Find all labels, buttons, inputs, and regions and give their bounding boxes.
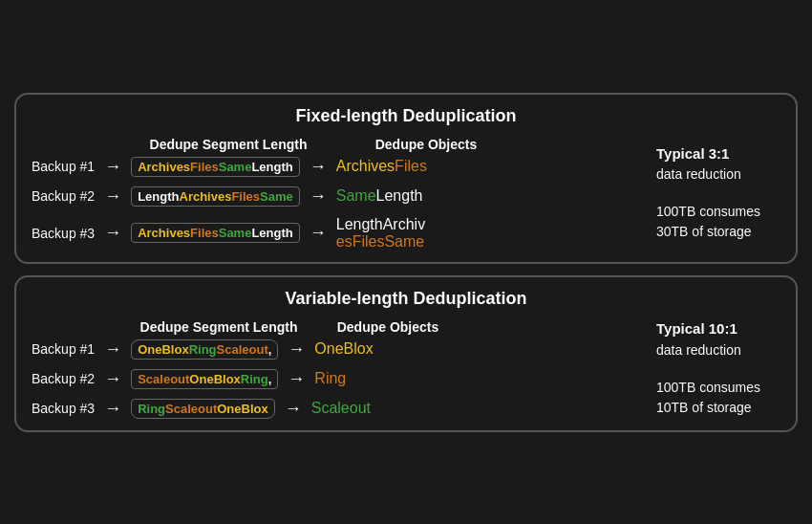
- variable-dedup-section: Variable-length Deduplication Dedupe Seg…: [14, 275, 798, 432]
- variable-objects-label: Dedupe Objects: [337, 319, 439, 335]
- variable-backup-3: Backup #3 → RingScaleoutOneBlox → Scaleo…: [32, 399, 635, 419]
- fixed-objects-label: Dedupe Objects: [375, 137, 478, 152]
- var-arrow-4: →: [288, 369, 305, 389]
- fixed-seg2: LengthArchivesFilesSame: [131, 186, 300, 207]
- arrow-3: →: [104, 186, 121, 207]
- variable-title: Variable-length Deduplication: [32, 289, 780, 309]
- fixed-backup-1: Backup #1 → ArchivesFilesSameLength → Ar…: [32, 157, 635, 177]
- fixed-ratio: Typical 3:1: [656, 143, 729, 165]
- var-arrow-3: →: [104, 369, 121, 389]
- fixed-seg1: ArchivesFilesSameLength: [131, 157, 300, 177]
- var-arrow-1: →: [104, 339, 121, 360]
- fixed-typical: Typical 3:1 data reduction 100TB consume…: [656, 143, 780, 243]
- fixed-obj2: SameLength: [336, 187, 446, 205]
- arrow-5: →: [104, 223, 121, 243]
- fixed-storage1: 100TB consumes: [656, 202, 760, 222]
- fixed-seg3: ArchivesFilesSameLength: [131, 223, 300, 243]
- variable-storage2: 10TB of storage: [656, 398, 752, 418]
- arrow-4: →: [310, 186, 327, 207]
- fixed-content: Dedupe Segment Length Dedupe Objects Bac…: [32, 136, 780, 251]
- variable-seg3: RingScaleoutOneBlox: [131, 399, 275, 419]
- variable-typical: Typical 10:1 data reduction 100TB consum…: [656, 318, 780, 418]
- fixed-backup3-label: Backup #3: [32, 226, 95, 241]
- arrow-1: →: [104, 157, 121, 177]
- variable-backup-1: Backup #1 → OneBloxRingScaleout, → OneBl…: [32, 339, 635, 360]
- fixed-backup1-label: Backup #1: [32, 159, 95, 174]
- variable-backup1-label: Backup #1: [32, 341, 95, 357]
- variable-content: Dedupe Segment Length Dedupe Objects Bac…: [32, 318, 780, 419]
- variable-storage1: 100TB consumes: [656, 378, 760, 398]
- variable-backup3-label: Backup #3: [32, 401, 95, 416]
- variable-ratio: Typical 10:1: [656, 318, 737, 340]
- fixed-obj1: ArchivesFiles: [336, 158, 446, 175]
- fixed-backup-3: Backup #3 → ArchivesFilesSameLength → Le…: [32, 216, 635, 251]
- fixed-storage2: 30TB of storage: [656, 222, 752, 242]
- variable-obj2: Ring: [314, 370, 400, 387]
- fixed-data-reduction: data reduction: [656, 164, 741, 185]
- var-arrow-5: →: [104, 399, 121, 419]
- var-arrow-2: →: [288, 339, 305, 360]
- variable-seg1: OneBloxRingScaleout,: [131, 339, 278, 360]
- fixed-segment-label: Dedupe Segment Length: [150, 137, 308, 152]
- variable-backup-2: Backup #2 → ScaleoutOneBloxRing, → Ring: [32, 369, 635, 389]
- fixed-dedup-section: Fixed-length Deduplication Dedupe Segmen…: [14, 93, 798, 264]
- var-arrow-6: →: [285, 399, 302, 419]
- fixed-title: Fixed-length Deduplication: [32, 106, 780, 126]
- arrow-6: →: [310, 223, 327, 243]
- fixed-backup2-label: Backup #2: [32, 188, 95, 204]
- fixed-obj3: LengthArchiv esFilesSame: [336, 216, 446, 251]
- fixed-backup-2: Backup #2 → LengthArchivesFilesSame → Sa…: [32, 186, 635, 207]
- variable-obj1: OneBlox: [314, 340, 400, 358]
- variable-segment-label: Dedupe Segment Length: [140, 319, 298, 335]
- variable-obj3: Scaleout: [311, 400, 397, 417]
- variable-data-reduction: data reduction: [656, 340, 741, 360]
- variable-backup2-label: Backup #2: [32, 371, 95, 386]
- arrow-2: →: [310, 157, 327, 177]
- variable-seg2: ScaleoutOneBloxRing,: [131, 369, 278, 389]
